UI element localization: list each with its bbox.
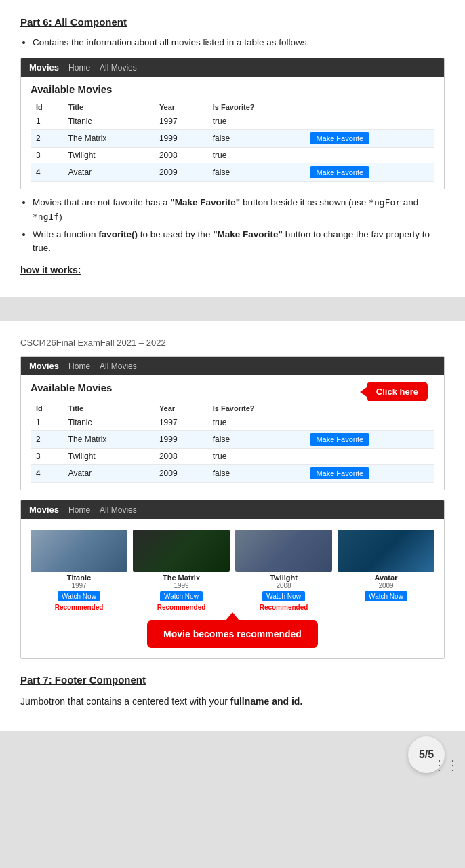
table-row: 2 The Matrix 1999 false Make Favorite — [31, 431, 434, 449]
cell-title: The Matrix — [63, 431, 154, 449]
t2-col-year: Year — [154, 401, 207, 415]
table-row: 3 Twilight 2008 true — [31, 148, 434, 163]
col-year: Year — [154, 100, 207, 114]
recommended-label: Recommended — [31, 604, 127, 611]
app1-nav-all-movies: All Movies — [100, 63, 137, 73]
cell-id: 1 — [31, 415, 63, 431]
app3-nav-home: Home — [68, 505, 90, 515]
app2-nav-home: Home — [68, 361, 90, 371]
app2-nav-all-movies: All Movies — [100, 361, 137, 371]
cell-action — [304, 449, 434, 465]
movie-card: Twilight 2008 Watch Now Recommended — [235, 530, 332, 611]
app1-brand: Movies — [29, 62, 59, 73]
cell-year: 2008 — [154, 148, 207, 163]
part7-title: Part 7: Footer Component — [20, 674, 445, 686]
bullet-2: Movies that are not favorite has a "Make… — [33, 196, 445, 224]
cell-title: Avatar — [63, 465, 154, 483]
cell-action: Make Favorite — [304, 431, 434, 449]
table-row: 3 Twilight 2008 true — [31, 449, 434, 465]
cell-id: 3 — [31, 148, 63, 163]
cell-action: Make Favorite — [304, 163, 434, 182]
app3-navbar: Movies Home All Movies — [21, 500, 444, 519]
col-action — [304, 100, 434, 114]
card-year: 2009 — [338, 582, 434, 589]
bullet-3: Write a function favorite() to be used b… — [33, 228, 445, 256]
bullet-1: Contains the information about all movie… — [33, 36, 445, 50]
cards-section: Titanic 1997 Watch Now Recommended The M… — [21, 519, 444, 658]
cell-year: 1997 — [154, 415, 207, 431]
app2-navbar: Movies Home All Movies — [21, 357, 444, 375]
app2-body: Available Movies Click here Id Title Yea… — [21, 375, 444, 490]
col-id: Id — [31, 100, 63, 114]
card-image — [133, 530, 230, 572]
app-mockup-3: Movies Home All Movies Titanic 1997 Watc… — [20, 500, 445, 659]
how-it-works-link[interactable]: how it works: — [20, 264, 445, 275]
app3-nav-all-movies: All Movies — [100, 505, 137, 515]
cell-id: 2 — [31, 130, 63, 148]
part6-title: Part 6: All Component — [20, 16, 445, 28]
cell-fav: false — [207, 163, 305, 182]
cell-fav: true — [207, 114, 305, 130]
cell-year: 2009 — [154, 163, 207, 182]
col-fav: Is Favorite? — [207, 100, 305, 114]
movie-card: Titanic 1997 Watch Now Recommended — [31, 530, 127, 611]
make-fav-btn[interactable]: Make Favorite — [310, 132, 369, 144]
section-exam: CSCI426Final ExamFall 2021 – 2022 Movies… — [0, 321, 465, 730]
cell-action: Make Favorite — [304, 130, 434, 148]
part7-bold: fullname and id. — [230, 696, 303, 707]
app2-brand: Movies — [29, 361, 59, 371]
table2-header-row: Id Title Year Is Favorite? — [31, 401, 434, 415]
movies-table-1: Id Title Year Is Favorite? 1 Titanic 199… — [31, 100, 434, 182]
app1-body: Available Movies Id Title Year Is Favori… — [21, 77, 444, 189]
app2-section-title: Available Movies — [31, 382, 112, 393]
table-row: 1 Titanic 1997 true — [31, 114, 434, 130]
cell-title: Twilight — [63, 148, 154, 163]
app1-nav-home: Home — [68, 63, 90, 73]
cell-action: Make Favorite — [304, 465, 434, 483]
bullet2-code2: *ngIf — [33, 212, 59, 222]
callout-center: Movie becomes recommended — [31, 611, 434, 652]
watch-now-btn[interactable]: Watch Now — [262, 591, 305, 601]
cell-fav: false — [207, 465, 305, 483]
cell-year: 2009 — [154, 465, 207, 483]
watch-now-btn[interactable]: Watch Now — [160, 591, 203, 601]
make-fav-btn[interactable]: Make Favorite — [310, 433, 369, 446]
cell-fav: true — [207, 449, 305, 465]
card-year: 1997 — [31, 582, 127, 589]
card-title: Twilight — [235, 574, 332, 582]
card-title: The Matrix — [133, 574, 230, 582]
app3-brand: Movies — [29, 505, 59, 515]
cell-id: 3 — [31, 449, 63, 465]
t2-col-id: Id — [31, 401, 63, 415]
movie-card: The Matrix 1999 Watch Now Recommended — [133, 530, 230, 611]
make-fav-btn[interactable]: Make Favorite — [310, 467, 369, 479]
card-image — [31, 530, 127, 572]
cell-fav: true — [207, 148, 305, 163]
movies-table-2: Id Title Year Is Favorite? 1 Titanic 199… — [31, 401, 434, 483]
t2-col-title: Title — [63, 401, 154, 415]
cell-fav: false — [207, 431, 305, 449]
app1-navbar: Movies Home All Movies — [21, 58, 444, 77]
recommended-label: Recommended — [235, 604, 332, 611]
movie-card: Avatar 2009 Watch Now — [338, 530, 434, 611]
cell-year: 1999 — [154, 130, 207, 148]
part6-bullets-2: Movies that are not favorite has a "Make… — [33, 196, 445, 255]
t2-col-action — [304, 401, 434, 415]
cell-title: The Matrix — [63, 130, 154, 148]
card-title: Avatar — [338, 574, 434, 582]
col-title: Title — [63, 100, 154, 114]
table-row: 4 Avatar 2009 false Make Favorite — [31, 163, 434, 182]
watch-now-btn[interactable]: Watch Now — [365, 591, 407, 601]
table-row: 4 Avatar 2009 false Make Favorite — [31, 465, 434, 483]
cell-action — [304, 148, 434, 163]
make-fav-btn[interactable]: Make Favorite — [310, 166, 369, 178]
bullet3-btn: "Make Favorite" — [213, 229, 283, 239]
exam-title: CSCI426Final ExamFall 2021 – 2022 — [20, 338, 445, 348]
card-title: Titanic — [31, 574, 127, 582]
cell-fav: false — [207, 130, 305, 148]
part7-section: Part 7: Footer Component Jumbotron that … — [20, 674, 445, 709]
watch-now-btn[interactable]: Watch Now — [58, 591, 100, 601]
table-header-row: Id Title Year Is Favorite? — [31, 100, 434, 114]
movie-callout: Movie becomes recommended — [147, 620, 318, 648]
cell-year: 1999 — [154, 431, 207, 449]
